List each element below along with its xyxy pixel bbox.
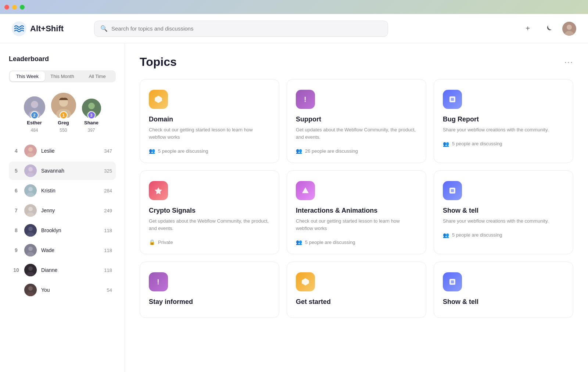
- svg-point-14: [28, 147, 33, 152]
- topic-card-stayinformed[interactable]: ! Stay informed: [140, 262, 279, 318]
- podium: 2 Esther 484: [9, 93, 116, 133]
- topic-discussing-bug: 5 people are discussing: [452, 141, 502, 146]
- svg-text:!: !: [304, 95, 306, 103]
- header-actions: +: [521, 22, 576, 36]
- leaderboard-title: Leaderboard: [9, 55, 116, 63]
- search-bar[interactable]: 🔍: [94, 21, 388, 37]
- maximize-button[interactable]: [20, 5, 25, 10]
- svg-point-29: [28, 247, 33, 251]
- leaderboard-list: 4 Leslie 347 5 Savannah 325 6: [9, 142, 116, 299]
- topic-card-showntell2[interactable]: Show & tell: [434, 262, 573, 318]
- topic-meta-bug: 👥 5 people are discussing: [443, 141, 564, 147]
- topic-icon-showntell2: [443, 272, 462, 291]
- lb-name-brooklyn: Brooklyn: [41, 227, 100, 233]
- topic-card-domain[interactable]: Domain Check out our getting started les…: [140, 79, 279, 163]
- topic-icon-domain: [149, 90, 168, 109]
- lb-rank: 9: [12, 247, 20, 253]
- lb-row-jenny: 7 Jenny 249: [9, 201, 116, 220]
- people-icon: 👥: [443, 141, 449, 147]
- podium-avatar-wrap-2: 2: [24, 96, 45, 118]
- topic-desc-bug: Share your webflow creations with the co…: [443, 126, 564, 134]
- topic-discussing-domain: 5 people are discussing: [158, 148, 208, 154]
- svg-marker-46: [302, 278, 309, 286]
- moon-icon: [544, 25, 552, 33]
- lb-avatar-savannah: [24, 164, 37, 177]
- topic-card-support[interactable]: ! Support Get updates about the Webflow …: [287, 79, 426, 163]
- svg-marker-41: [155, 187, 162, 194]
- tab-this-week[interactable]: This Week: [10, 71, 45, 81]
- user-avatar[interactable]: [562, 22, 576, 36]
- tab-this-month[interactable]: This Month: [45, 71, 80, 81]
- podium-score-greg: 550: [60, 128, 67, 133]
- topic-name-bug: Bug Report: [443, 116, 564, 123]
- people-icon: 👥: [149, 148, 155, 154]
- minimize-button[interactable]: [12, 5, 17, 10]
- sidebar: Leaderboard This Week This Month All Tim…: [0, 43, 125, 372]
- more-options-button[interactable]: ···: [564, 57, 573, 67]
- svg-marker-42: [302, 187, 309, 193]
- topic-discussing-support: 26 people are discussing: [305, 148, 358, 154]
- close-button[interactable]: [4, 5, 9, 10]
- svg-point-2: [567, 25, 572, 30]
- header: Alt+Shift 🔍 +: [0, 14, 588, 43]
- podium-item-second: 2 Esther 484: [24, 96, 45, 133]
- topic-name-getstarted: Get started: [296, 298, 417, 306]
- svg-rect-48: [451, 280, 454, 283]
- main-content: Topics ··· Domain Check out our getting …: [125, 43, 588, 372]
- lb-avatar-you: [24, 284, 37, 296]
- topic-icon-getstarted: [296, 272, 315, 291]
- lb-rank: 5: [12, 168, 20, 174]
- topic-card-getstarted[interactable]: Get started: [287, 262, 426, 318]
- topic-desc-crypto: Get updates about the Webflow Community,…: [149, 217, 270, 232]
- podium-avatar-wrap-3: 3: [82, 99, 101, 118]
- topic-card-interactions[interactable]: Interactions & Animations Check out our …: [287, 170, 426, 254]
- topics-grid: Domain Check out our getting started les…: [140, 79, 573, 318]
- topic-desc-interactions: Check out our getting started lesson to …: [296, 217, 417, 232]
- lb-rank: 10: [12, 267, 20, 273]
- topic-private-crypto: Private: [158, 240, 173, 245]
- lb-score-savannah: 325: [104, 168, 112, 174]
- people-icon: 👥: [443, 232, 449, 238]
- lb-name-you: You: [41, 287, 103, 293]
- svg-point-32: [28, 266, 33, 271]
- topic-name-crypto: Crypto Signals: [149, 207, 270, 215]
- lb-row-savannah: 5 Savannah 325: [9, 162, 116, 180]
- lb-score-kristin: 284: [104, 188, 112, 194]
- logo-icon: [12, 21, 26, 36]
- lb-name-kristin: Kristin: [41, 188, 100, 194]
- lb-row-you: You 54: [9, 281, 116, 299]
- content: Leaderboard This Week This Month All Tim…: [0, 43, 588, 372]
- logo-text: Alt+Shift: [30, 24, 64, 33]
- search-input[interactable]: [111, 25, 382, 32]
- people-icon: 👥: [296, 148, 302, 154]
- avatar-image: [562, 22, 576, 36]
- dark-mode-button[interactable]: [542, 22, 555, 35]
- add-button[interactable]: +: [521, 22, 534, 35]
- lb-avatar-leslie: [24, 145, 37, 157]
- lb-avatar-wade: [24, 244, 37, 256]
- lb-row-wade: 9 Wade 118: [9, 241, 116, 259]
- lb-row-brooklyn: 8 Brooklyn 118: [9, 221, 116, 240]
- topic-meta-domain: 👥 5 people are discussing: [149, 148, 270, 154]
- topic-card-showntell[interactable]: Show & tell Share your webflow creations…: [434, 170, 573, 254]
- svg-point-35: [28, 286, 33, 291]
- podium-item-third: 3 Shane 397: [82, 99, 101, 133]
- topics-title: Topics: [140, 55, 177, 69]
- lb-name-jenny: Jenny: [41, 208, 100, 213]
- topic-card-crypto[interactable]: Crypto Signals Get updates about the Web…: [140, 170, 279, 254]
- svg-point-0: [12, 21, 26, 36]
- logo-area: Alt+Shift: [12, 21, 85, 36]
- lb-rank: 4: [12, 148, 20, 154]
- lb-name-savannah: Savannah: [41, 168, 100, 174]
- topic-icon-support: !: [296, 90, 315, 109]
- svg-rect-40: [451, 98, 454, 101]
- podium-avatar-wrap-1: 1: [51, 93, 76, 118]
- topic-card-bug[interactable]: Bug Report Share your webflow creations …: [434, 79, 573, 163]
- lb-avatar-brooklyn: [24, 224, 37, 237]
- svg-text:!: !: [157, 278, 159, 286]
- topic-name-support: Support: [296, 116, 417, 123]
- people-icon: 👥: [296, 239, 302, 245]
- tab-all-time[interactable]: All Time: [80, 71, 115, 81]
- topic-icon-crypto: [149, 181, 168, 200]
- lb-name-dianne: Dianne: [41, 267, 100, 273]
